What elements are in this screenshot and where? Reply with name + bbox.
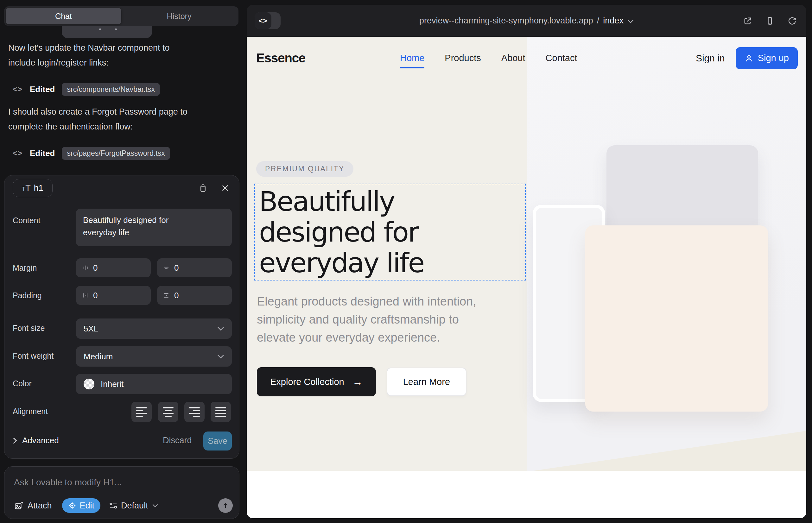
font-weight-label: Font weight: [13, 351, 54, 361]
font-weight-select[interactable]: Medium: [76, 346, 232, 366]
color-swatch: [84, 379, 94, 390]
paragraph-line: simplicity and quality craftsmanship to: [257, 310, 476, 329]
url-domain: preview--charming-site-symphony.lovable.…: [419, 16, 593, 26]
learn-more-button[interactable]: Learn More: [387, 367, 466, 396]
mode-selector[interactable]: Default: [109, 501, 158, 511]
margin-x-value: 0: [93, 263, 98, 273]
padding-y-input[interactable]: 0: [157, 286, 232, 305]
advanced-expander[interactable]: Advanced: [13, 436, 59, 446]
nav-item-about[interactable]: About: [501, 53, 525, 63]
sign-in-link[interactable]: Sign in: [696, 53, 725, 64]
align-center-button[interactable]: [158, 402, 178, 422]
truncated-chip: [62, 26, 152, 38]
typography-icon: TT: [22, 183, 31, 193]
chevron-down-icon: [217, 354, 224, 359]
tab-chat[interactable]: Chat: [6, 8, 121, 24]
color-picker[interactable]: Inherit: [76, 374, 232, 394]
padding-label: Padding: [13, 291, 42, 300]
selected-h1-outline[interactable]: Beautifully designed for everyday life: [254, 184, 526, 281]
align-justify-button[interactable]: [211, 402, 231, 422]
mode-label: Default: [121, 501, 148, 511]
delete-element-button[interactable]: [197, 182, 209, 194]
external-link-icon: [743, 16, 753, 26]
discard-button[interactable]: Discard: [163, 436, 192, 446]
chevron-down-icon: [217, 326, 224, 331]
align-right-button[interactable]: [184, 402, 205, 422]
color-label: Color: [13, 379, 32, 388]
hero-paragraph: Elegant products designed with intention…: [257, 292, 476, 347]
user-icon: [744, 54, 754, 63]
close-inspector-button[interactable]: [219, 182, 231, 194]
nav-links: Home Products About Contact: [400, 37, 577, 79]
align-center-icon: [163, 407, 174, 417]
file-chip[interactable]: src/pages/ForgotPassword.tsx: [62, 147, 170, 160]
edited-action: Edited: [30, 148, 55, 158]
explore-collection-button[interactable]: Explore Collection →: [257, 367, 376, 396]
element-tag: h1: [34, 183, 43, 193]
url-bar[interactable]: preview--charming-site-symphony.lovable.…: [247, 5, 806, 37]
explore-label: Explore Collection: [270, 377, 344, 387]
margin-vertical-icon: [163, 264, 170, 271]
nav-item-products[interactable]: Products: [445, 53, 481, 63]
message-line: include login/register links:: [8, 55, 233, 70]
prompt-composer: Ask Lovable to modify H1... Attach: [4, 466, 240, 519]
arrow-up-icon: [222, 502, 229, 509]
nav-item-contact[interactable]: Contact: [546, 53, 577, 63]
dot: [115, 29, 117, 30]
tab-history[interactable]: History: [121, 8, 237, 24]
site-logo[interactable]: Essence: [256, 37, 305, 79]
margin-x-input[interactable]: 0: [76, 258, 151, 277]
nav-item-home[interactable]: Home: [400, 53, 424, 63]
target-icon: [68, 502, 76, 510]
attach-label: Attach: [28, 501, 52, 511]
element-inspector-panel: TT h1 Content: [4, 175, 240, 459]
url-separator: /: [597, 16, 600, 26]
font-weight-value: Medium: [84, 352, 113, 362]
code-icon: <>: [13, 149, 23, 158]
sliders-icon: [109, 502, 118, 509]
font-size-label: Font size: [13, 324, 45, 333]
paragraph-line: Elegant products designed with intention…: [257, 292, 476, 310]
trash-icon: [198, 183, 208, 193]
send-button[interactable]: [218, 498, 233, 513]
attach-button[interactable]: Attach: [14, 501, 52, 511]
url-page: index: [603, 16, 623, 26]
mobile-preview-button[interactable]: [764, 16, 775, 26]
edit-mode-button[interactable]: Edit: [62, 498, 101, 513]
open-external-button[interactable]: [742, 16, 753, 26]
selected-element-badge: TT h1: [13, 179, 53, 197]
chevron-right-icon: [13, 437, 17, 444]
chat-history-tabs: Chat History: [4, 6, 239, 26]
site-navbar: Essence Home Products About Contact Sign…: [247, 37, 806, 79]
content-label: Content: [13, 216, 40, 225]
sign-up-button[interactable]: Sign up: [736, 47, 798, 69]
mobile-phone-icon: [765, 16, 774, 26]
message-line: Now let's update the Navbar component to: [8, 40, 233, 55]
paragraph-line: elevate your everyday experience.: [257, 329, 476, 347]
hero-cta-row: Explore Collection → Learn More: [257, 367, 466, 396]
edited-action: Edited: [30, 85, 55, 94]
dot: [99, 29, 101, 30]
font-size-select[interactable]: 5XL: [76, 319, 232, 339]
preview-window: <> preview--charming-site-symphony.lovab…: [247, 5, 806, 518]
edit-label: Edit: [80, 501, 95, 511]
save-button[interactable]: Save: [203, 432, 232, 451]
code-icon: <>: [13, 85, 23, 94]
align-left-button[interactable]: [131, 402, 152, 422]
edited-file-row: <> Edited src/pages/ForgotPassword.tsx: [13, 146, 170, 160]
padding-y-value: 0: [174, 291, 179, 301]
content-input[interactable]: Beautifully designed for everyday life: [76, 209, 232, 246]
advanced-label: Advanced: [22, 436, 59, 446]
margin-y-input[interactable]: 0: [157, 258, 232, 277]
refresh-button[interactable]: [787, 16, 797, 26]
align-right-icon: [189, 407, 200, 417]
hero-heading[interactable]: Beautifully designed for everyday life: [259, 186, 424, 278]
nav-label: Home: [400, 53, 424, 63]
composer-toolbar: Attach Edit: [14, 498, 233, 513]
padding-x-value: 0: [93, 291, 98, 301]
padding-x-input[interactable]: 0: [76, 286, 151, 305]
file-chip[interactable]: src/components/Navbar.tsx: [62, 83, 160, 96]
app-window: Chat History Now let's update the Navbar…: [0, 0, 812, 523]
prompt-input[interactable]: Ask Lovable to modify H1...: [14, 477, 122, 488]
heading-line: everyday life: [259, 248, 424, 278]
